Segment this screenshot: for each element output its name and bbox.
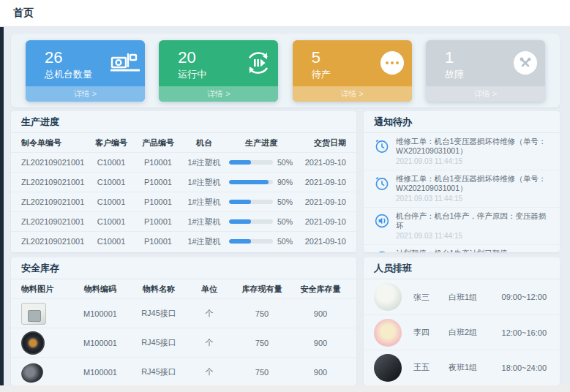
production-table-body: ZL202109021001 C10001 P10001 1#注塑机 50% 2… <box>11 152 356 251</box>
customer-number: C10001 <box>89 197 134 206</box>
avatar <box>374 283 402 311</box>
progress-bar: 50% <box>226 158 296 167</box>
shift-group: 夜班1组 <box>449 362 497 373</box>
shift-time: 18:00~24:00 <box>497 363 550 372</box>
production-table-header: 制令单编号 客户编号 产品编号 机台 生产进度 交货日期 <box>11 133 356 152</box>
delivery-date: 2021-09-10 <box>296 178 346 186</box>
material-name: RJ45接口 <box>128 337 190 348</box>
production-table-row: ZL202109021001 C10001 P10001 1#注塑机 50% 2… <box>11 192 356 211</box>
safety-quantity: 900 <box>295 309 346 318</box>
stat-label: 总机台数量 <box>45 68 105 81</box>
speaker-icon <box>374 250 390 252</box>
production-table-row: ZL202109021001 C10001 P10001 1#注塑机 90% 2… <box>11 172 356 192</box>
panel-title: 生产进度 <box>21 116 59 129</box>
tools-icon <box>506 40 545 86</box>
production-table-row: ZL202109021001 C10001 P10001 1#注塑机 50% 2… <box>11 211 356 231</box>
avatar <box>374 319 402 347</box>
order-number: ZL202109021001 <box>21 217 89 226</box>
ellipsis-icon <box>372 40 412 86</box>
schedule-row: 王五 夜班1组 18:00~24:00 <box>364 350 560 385</box>
notification-text: 维修工单：机台1变压器损坏待维修（单号：WX202109031001） <box>396 137 551 156</box>
stat-card-running[interactable]: 20 运行中 详情 > <box>159 40 278 102</box>
notification-item[interactable]: 计划暂停：机台1生产计划已暂停 2021.09.03 11:44:15 <box>364 244 560 252</box>
delivery-date: 2021-09-10 <box>296 197 346 206</box>
employee-name: 李四 <box>413 327 449 338</box>
stats-panel: 26 总机台数量 详情 > 20 运行中 <box>11 34 560 108</box>
avatar <box>374 354 402 382</box>
stat-card-total-machines[interactable]: 26 总机台数量 详情 > <box>26 40 145 102</box>
panel-title: 安全库存 <box>21 262 59 275</box>
safety-quantity: 900 <box>295 339 346 347</box>
shift-time: 09:00~12:00 <box>497 293 550 301</box>
product-number: P10001 <box>134 178 182 186</box>
order-number: ZL202109021001 <box>21 178 89 186</box>
product-number: P10001 <box>134 237 182 246</box>
schedule-row: 张三 白班1组 09:00~12:00 <box>364 279 560 314</box>
progress-bar: 90% <box>226 178 296 186</box>
stat-value: 5 <box>312 49 372 67</box>
material-unit: 个 <box>190 366 229 377</box>
stat-value: 20 <box>178 49 239 67</box>
customer-number: C10001 <box>89 237 134 246</box>
stat-label: 待产 <box>312 68 372 81</box>
notifications-panel: 通知待办 维修工单：机台1变压器损坏待维修（单号：WX202109031001）… <box>364 111 560 252</box>
progress-percent: 90% <box>277 178 293 186</box>
stock-table-header: 物料图片 物料编码 物料名称 单位 库存现有量 安全库存量 <box>11 279 356 298</box>
card-footer: 详情 > <box>293 86 412 102</box>
employee-name: 王五 <box>413 362 449 373</box>
notification-item[interactable]: 维修工单：机台1变压器损坏待维修（单号：WX202109031001） 2021… <box>364 133 560 170</box>
progress-fill <box>229 200 251 204</box>
material-code: M100001 <box>72 339 128 347</box>
card-footer: 详情 > <box>426 86 545 102</box>
shift-time: 12:00~16:00 <box>497 328 550 337</box>
notification-item[interactable]: 机台停产：机台1停产，停产原因：变压器损坏 2021.09.03 11:44:1… <box>364 207 560 244</box>
machine-name: 1#注塑机 <box>182 197 226 208</box>
clock-icon <box>374 176 390 192</box>
progress-percent: 50% <box>277 217 293 226</box>
stock-quantity: 750 <box>229 368 295 377</box>
product-number: P10001 <box>134 217 182 226</box>
order-number: ZL202109021001 <box>21 158 89 167</box>
machine-name: 1#注塑机 <box>182 216 226 227</box>
customer-number: C10001 <box>89 178 134 186</box>
clock-icon <box>374 138 390 154</box>
stat-value: 1 <box>445 49 506 67</box>
stock-table-row: M100001 RJ45接口 个 750 900 <box>11 328 356 357</box>
progress-percent: 50% <box>277 158 293 167</box>
stat-card-waiting[interactable]: 5 待产 详情 > <box>293 40 412 102</box>
stat-value: 26 <box>45 49 105 67</box>
material-unit: 个 <box>190 337 229 348</box>
machine-name: 1#注塑机 <box>182 157 226 168</box>
detail-link[interactable]: 详情 > <box>74 88 97 99</box>
material-name: RJ45接口 <box>128 366 190 377</box>
page-title: 首页 <box>13 7 34 20</box>
progress-percent: 50% <box>277 237 293 246</box>
progress-fill <box>229 160 251 165</box>
material-code: M100001 <box>72 368 128 377</box>
detail-link[interactable]: 详情 > <box>474 88 497 99</box>
delivery-date: 2021-09-10 <box>296 158 346 167</box>
running-icon <box>239 40 278 86</box>
stock-quantity: 750 <box>229 339 295 347</box>
personnel-schedule-panel: 人员排班 张三 白班1组 09:00~12:00 李四 白班2组 12:00~1… <box>364 257 560 385</box>
material-image <box>21 331 45 355</box>
notification-time: 2021.09.03 11:44:15 <box>396 157 551 166</box>
material-image <box>19 361 46 385</box>
notification-item[interactable]: 维修工单：机台1变压器损坏待维修（单号：WX202109031001） 2021… <box>364 170 560 207</box>
safety-stock-panel: 安全库存 物料图片 物料编码 物料名称 单位 库存现有量 安全库存量 M1000… <box>11 257 356 385</box>
material-unit: 个 <box>190 308 229 319</box>
collapsed-sidebar-edge <box>0 22 4 385</box>
detail-link[interactable]: 详情 > <box>340 88 363 99</box>
order-number: ZL202109021001 <box>21 197 89 206</box>
progress-bar: 50% <box>226 217 296 226</box>
panel-title: 人员排班 <box>374 262 412 275</box>
material-name: RJ45接口 <box>128 308 190 319</box>
detail-link[interactable]: 详情 > <box>207 88 230 99</box>
panel-title: 通知待办 <box>374 116 412 129</box>
customer-number: C10001 <box>89 217 134 226</box>
notification-list: 维修工单：机台1变压器损坏待维修（单号：WX202109031001） 2021… <box>364 133 560 252</box>
schedule-row: 李四 白班2组 12:00~16:00 <box>364 314 560 350</box>
stat-card-fault[interactable]: 1 故障 详情 > <box>426 40 545 102</box>
employee-name: 张三 <box>413 292 449 303</box>
card-footer: 详情 > <box>159 86 278 102</box>
